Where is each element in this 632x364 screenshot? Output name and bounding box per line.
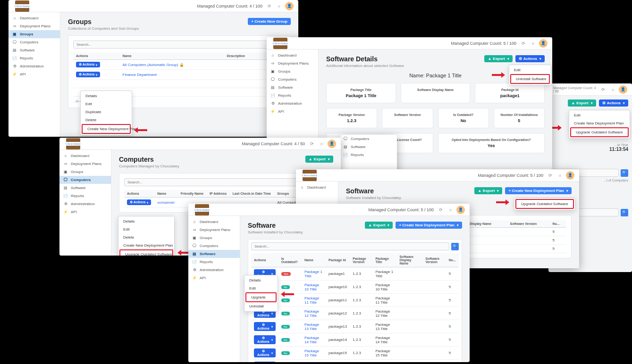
sidebar-item-software[interactable]: ▤Software (8, 46, 60, 54)
actions-dropdown[interactable]: Details Edit Delete Create New Deploymen… (118, 216, 175, 256)
avatar[interactable]: 👤 (328, 140, 336, 148)
sidebar-item-deployment[interactable]: ⇨Deployment Plans (59, 160, 111, 168)
refresh-icon[interactable]: ⟳ (266, 3, 273, 9)
menu-upgrade-outdated[interactable]: Upgrade Outdated Software (119, 249, 173, 256)
sidebar-item-software[interactable]: ▤Software (267, 83, 318, 91)
sidebar-item-api[interactable]: ⚡API (8, 70, 60, 78)
search-input[interactable] (73, 41, 286, 49)
sidebar-item-admin[interactable]: ⚙Administration (59, 200, 111, 208)
export-button[interactable]: ▲ Export (365, 222, 393, 229)
menu-upgrade[interactable]: Upgrade (245, 292, 277, 302)
sidebar-item-computers[interactable]: 🖵Computers (188, 242, 240, 250)
theme-icon[interactable]: ☼ (556, 172, 563, 179)
table-row[interactable]: ⚙ Actions ▾ Finance Department 2 (73, 70, 286, 80)
table-row[interactable]: ⚙ Actions ▾ No Package 13 Titlepackage13… (251, 320, 459, 333)
actions-dropdown[interactable]: Details Edit Upgrade Uninstall (244, 275, 278, 312)
refresh-icon[interactable]: ⟳ (438, 207, 444, 213)
avatar[interactable]: 👤 (456, 206, 465, 214)
create-group-button[interactable]: + Create New Group (248, 18, 291, 25)
menu-create-deployment[interactable]: Create New Deployment Plan (569, 119, 630, 127)
sidebar-item-computers[interactable]: 🖵Computers (267, 75, 318, 83)
theme-icon[interactable]: ☼ (530, 40, 536, 47)
export-button[interactable]: ▲ Export (305, 156, 333, 163)
sidebar-item-reports[interactable]: 📄Reports (8, 54, 60, 62)
actions-button[interactable]: ⚙ Actions ▾ (254, 335, 276, 344)
menu-upgrade-outdated[interactable]: Upgrade Outdated Software (570, 127, 629, 137)
table-row[interactable]: ⚙ Actions ▾ No Package 11 Titlepackage11… (251, 294, 459, 307)
menu-uninstall[interactable]: Uninstall Software (510, 74, 550, 84)
sidebar-item-api[interactable]: ⚡API (267, 108, 318, 116)
menu-edit[interactable]: Edit (118, 225, 174, 233)
avatar[interactable]: 👤 (285, 2, 294, 10)
menu-delete[interactable]: Delete (118, 233, 174, 241)
sidebar-item-groups[interactable]: ▣Groups (59, 168, 111, 176)
sidebar-item-dashboard[interactable]: ⌂Dashboard (59, 152, 111, 160)
export-button[interactable]: ▲ Export (474, 187, 502, 194)
actions-dropdown[interactable]: Edit Create New Deployment Plan Upgrade … (569, 110, 630, 139)
sidebar-item-deployment[interactable]: ⇨Deployment Plans (188, 226, 240, 234)
sidebar-item-deployment[interactable]: ⇨Deployment Plans (267, 59, 318, 67)
sidebar-item-api[interactable]: ⚡API (188, 274, 240, 282)
table-row[interactable]: ⚙ Actions ▾ No Package 12 Titlepackage12… (251, 307, 459, 320)
create-deployment-button[interactable]: + Create New Deployment Plan (396, 222, 462, 229)
menu-details[interactable]: Details (81, 92, 132, 100)
sidebar-item-reports[interactable]: 📄Reports (188, 258, 240, 266)
search-button[interactable]: 🔍 (621, 169, 628, 177)
sidebar-item-admin[interactable]: ⚙Administration (267, 99, 318, 108)
avatar[interactable]: 👤 (566, 171, 574, 180)
sidebar-item-computers[interactable]: 🖵Computers (8, 38, 60, 46)
search-button[interactable]: 🔍 (621, 209, 628, 216)
sidebar-item-computers[interactable]: 🖵Computers (340, 135, 397, 143)
refresh-icon[interactable]: ⟳ (600, 86, 607, 93)
search-button[interactable]: 🔍 (451, 243, 459, 250)
table-row[interactable]: ⚙ Actions ▾ No Package 15 Titlepackage15… (251, 347, 459, 360)
sidebar-item-computers[interactable]: 🖵Computers (59, 176, 111, 184)
menu-uninstall[interactable]: Uninstall (244, 302, 278, 310)
sidebar-item-groups[interactable]: ▣Groups (8, 30, 60, 38)
menu-details[interactable]: Details (244, 276, 278, 284)
sidebar-item-api[interactable]: ⚡API (59, 208, 111, 216)
table-row[interactable]: ⚙ Actions ▾ No Package 14 Titlepackage14… (251, 333, 459, 347)
menu-delete[interactable]: Delete (81, 116, 132, 124)
menu-upgrade-outdated[interactable]: Upgrade Outdated Software (515, 199, 574, 209)
sidebar-item-dashboard[interactable]: ⌂Dashboard (188, 218, 240, 226)
sidebar-item-software[interactable]: ▤Software (340, 143, 397, 151)
actions-dropdown[interactable]: Details Edit Duplicate Delete Create New… (80, 91, 132, 135)
actions-button[interactable]: ⚙ Actions ▾ (127, 199, 151, 205)
avatar[interactable]: 👤 (539, 39, 548, 48)
menu-edit[interactable]: Edit (244, 284, 278, 292)
sidebar-item-dashboard[interactable]: ⌂Dashboard (267, 51, 318, 59)
menu-create-deployment[interactable]: Create New Deployment Plan (82, 124, 131, 134)
create-deployment-button[interactable]: + Create New Deployment Plan (505, 187, 572, 194)
menu-edit[interactable]: Edit (509, 66, 551, 74)
actions-dropdown[interactable]: Edit Uninstall Software (509, 65, 551, 85)
theme-icon[interactable]: ☼ (318, 141, 325, 147)
refresh-icon[interactable]: ⟳ (547, 172, 554, 179)
theme-icon[interactable]: ☼ (276, 3, 282, 9)
theme-icon[interactable]: ☼ (609, 86, 616, 93)
table-row[interactable]: ⚙ Actions ▾ No Package 16 Titlepackage16… (251, 360, 459, 363)
actions-button[interactable]: ⚙ Actions (515, 55, 545, 62)
menu-create-deployment[interactable]: Create New Deployment Plan (118, 241, 174, 249)
sidebar-item-reports[interactable]: 📄Reports (59, 192, 111, 200)
menu-edit[interactable]: Edit (569, 111, 630, 119)
sidebar-item-admin[interactable]: ⚙Administration (8, 62, 60, 70)
export-button[interactable]: ▲ Export (568, 99, 596, 107)
sidebar-item-deployment[interactable]: ⇨Deployment Plans (8, 22, 60, 30)
sidebar-item-admin[interactable]: ⚙Administration (188, 266, 240, 274)
sidebar-item-dashboard[interactable]: ⌂Dashboard (8, 14, 60, 22)
actions-button[interactable]: ⚙ Actions (599, 99, 628, 107)
export-button[interactable]: ▲ Export (484, 55, 512, 62)
sidebar-item-software[interactable]: ▤Software (188, 250, 240, 258)
actions-button[interactable]: ⚙ Actions ▾ (254, 362, 276, 362)
refresh-icon[interactable]: ⟳ (309, 141, 315, 147)
search-input[interactable] (251, 242, 449, 250)
sidebar-item-groups[interactable]: ▣Groups (188, 234, 240, 242)
menu-edit[interactable]: Edit (81, 100, 132, 108)
refresh-icon[interactable]: ⟳ (520, 40, 527, 47)
actions-button[interactable]: ⚙ Actions ▾ (254, 322, 276, 331)
menu-duplicate[interactable]: Duplicate (81, 108, 132, 116)
create-dropdown[interactable]: Upgrade Outdated Software (514, 198, 575, 210)
table-row[interactable]: ⚙ Actions ▾ No Package 10 Titlepackage10… (251, 281, 459, 294)
actions-button[interactable]: ⚙ Actions ▾ (254, 348, 276, 357)
